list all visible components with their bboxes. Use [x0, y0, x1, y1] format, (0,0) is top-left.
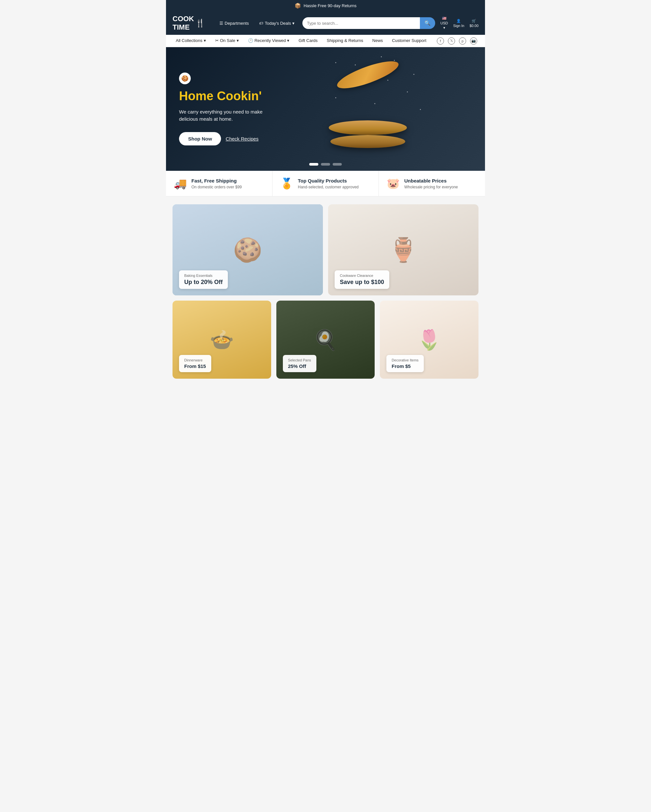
- social-links: f 𝕏 p 📷: [434, 37, 480, 44]
- promo-grid-top: 🍪 Baking Essentials Up to 20% Off 🏺 Cook…: [173, 204, 478, 295]
- feature-prices-subtitle: Wholesale pricing for everyone: [404, 185, 458, 189]
- baking-deal: Up to 20% Off: [184, 279, 223, 285]
- pancake-stack-bottom: [330, 135, 405, 148]
- nav-support[interactable]: Customer Support: [387, 35, 431, 47]
- promo-section: 🍪 Baking Essentials Up to 20% Off 🏺 Cook…: [166, 197, 485, 386]
- banner-text: Hassle Free 90-day Returns: [304, 3, 357, 8]
- shelf-image: 🏺: [389, 236, 418, 264]
- cart-button[interactable]: 🛒 $0.00: [469, 19, 478, 27]
- hero-carousel-dots: [309, 163, 342, 166]
- nav-gift-cards[interactable]: Gift Cards: [294, 35, 322, 47]
- pans-category: Selected Pans: [288, 358, 311, 362]
- dinnerware-category: Dinnerware: [184, 358, 206, 362]
- carousel-dot-1[interactable]: [309, 163, 318, 166]
- clock-icon: 🕐: [248, 38, 253, 43]
- feature-shipping-subtitle: On domestic orders over $99: [191, 185, 242, 189]
- cookware-deal: Save up to $100: [340, 279, 384, 285]
- feature-strip: 🚚 Fast, Free Shipping On domestic orders…: [166, 171, 485, 197]
- chevron-down-icon: ▾: [204, 38, 206, 43]
- truck-icon: 🚚: [174, 177, 187, 190]
- baking-category: Baking Essentials: [184, 273, 223, 278]
- chevron-down-icon: ▾: [443, 26, 445, 30]
- nav-recently-viewed[interactable]: 🕐 Recently Viewed ▾: [243, 35, 294, 47]
- chevron-down-icon: ▾: [292, 21, 295, 26]
- cart-icon: 🛒: [472, 19, 476, 23]
- promo-baking[interactable]: 🍪 Baking Essentials Up to 20% Off: [173, 204, 323, 295]
- tag-icon: 🏷: [259, 21, 263, 26]
- dinnerware-label: Dinnerware From $15: [179, 355, 211, 372]
- shop-now-button[interactable]: Shop Now: [179, 132, 221, 145]
- hero-image: [264, 47, 485, 171]
- soup-bowl-icon: 🍲: [209, 328, 234, 351]
- banner-icon: 📦: [295, 3, 301, 9]
- feature-quality: 🏅 Top Quality Products Hand-selected, cu…: [272, 171, 379, 196]
- logo-text: COOKTIME: [173, 15, 194, 32]
- pans-label: Selected Pans 25% Off: [283, 355, 316, 372]
- nav-news[interactable]: News: [368, 35, 388, 47]
- user-icon: 👤: [456, 19, 461, 23]
- flag-icon: 🇺🇸: [442, 16, 446, 20]
- header-right: 🇺🇸 USD ▾ 👤 Sign In 🛒 $0.00: [440, 16, 478, 30]
- feature-quality-subtitle: Hand-selected, customer approved: [298, 185, 359, 189]
- medal-icon: 🏅: [280, 177, 293, 190]
- dinnerware-deal: From $15: [184, 363, 206, 369]
- twitter-icon[interactable]: 𝕏: [448, 37, 455, 44]
- hero-title: Home Cookin': [179, 90, 270, 103]
- check-recipes-button[interactable]: Check Recipes: [226, 136, 258, 142]
- pancake-stack-top: [329, 121, 407, 135]
- rice-icon: 🍳: [313, 328, 338, 351]
- nav-on-sale[interactable]: ✂ On Sale ▾: [211, 35, 243, 47]
- nav-all-collections[interactable]: All Collections ▾: [171, 35, 211, 47]
- baking-label: Baking Essentials Up to 20% Off: [179, 270, 228, 289]
- carousel-dot-3[interactable]: [333, 163, 342, 166]
- pinterest-icon[interactable]: p: [459, 37, 466, 44]
- deals-button[interactable]: 🏷 Today's Deals ▾: [257, 19, 297, 27]
- search-bar: 🔍: [303, 17, 435, 29]
- chevron-down-icon: ▾: [287, 38, 289, 43]
- chevron-down-icon: ▾: [237, 38, 239, 43]
- facebook-icon[interactable]: f: [437, 37, 444, 44]
- promo-dinnerware[interactable]: 🍲 Dinnerware From $15: [173, 301, 271, 379]
- promo-pans[interactable]: 🍳 Selected Pans 25% Off: [277, 301, 375, 379]
- pans-deal: 25% Off: [288, 363, 311, 369]
- currency-selector[interactable]: 🇺🇸 USD ▾: [440, 16, 448, 30]
- carousel-dot-2[interactable]: [321, 163, 330, 166]
- logo-icon: 🍴: [195, 18, 205, 27]
- cookware-category: Cookware Clearance: [340, 273, 384, 278]
- sale-icon: ✂: [215, 38, 219, 43]
- search-input[interactable]: [303, 17, 420, 29]
- decorative-category: Decorative Items: [391, 358, 419, 362]
- header: COOKTIME 🍴 ☰ Departments 🏷 Today's Deals…: [166, 11, 485, 35]
- signin-button[interactable]: 👤 Sign In: [453, 19, 464, 27]
- cookies-image: 🍪: [233, 236, 262, 264]
- departments-button[interactable]: ☰ Departments: [217, 19, 251, 27]
- promo-decorative[interactable]: 🌷 Decorative Items From $5: [380, 301, 478, 379]
- logo[interactable]: COOKTIME 🍴: [173, 15, 212, 32]
- feature-quality-title: Top Quality Products: [298, 178, 359, 183]
- search-button[interactable]: 🔍: [420, 17, 435, 29]
- flower-icon: 🌷: [417, 328, 442, 351]
- hero-buttons: Shop Now Check Recipes: [179, 132, 270, 145]
- top-banner: 📦 Hassle Free 90-day Returns: [166, 0, 485, 11]
- instagram-icon[interactable]: 📷: [470, 37, 477, 44]
- feature-prices: 🐷 Unbeatable Prices Wholesale pricing fo…: [379, 171, 485, 196]
- decorative-deal: From $5: [391, 363, 419, 369]
- feature-shipping-title: Fast, Free Shipping: [191, 178, 242, 183]
- navbar: All Collections ▾ ✂ On Sale ▾ 🕐 Recently…: [166, 35, 485, 47]
- hero-subtitle: We carry everything you need to make del…: [179, 108, 270, 123]
- cookware-label: Cookware Clearance Save up to $100: [335, 270, 389, 289]
- promo-grid-bottom: 🍲 Dinnerware From $15 🍳 Selected Pans 25…: [173, 301, 478, 379]
- nav-shipping[interactable]: Shipping & Returns: [322, 35, 368, 47]
- cookie-icon: 🍪: [179, 73, 191, 84]
- feature-shipping: 🚚 Fast, Free Shipping On domestic orders…: [166, 171, 272, 196]
- piggy-icon: 🐷: [387, 177, 400, 190]
- pancake-visual: [309, 50, 439, 168]
- hero-section: 🍪 Home Cookin' We carry everything you n…: [166, 47, 485, 171]
- hero-content: 🍪 Home Cookin' We carry everything you n…: [166, 60, 283, 159]
- menu-icon: ☰: [219, 21, 223, 26]
- feature-prices-title: Unbeatable Prices: [404, 178, 458, 183]
- decorative-label: Decorative Items From $5: [387, 355, 424, 372]
- promo-cookware[interactable]: 🏺 Cookware Clearance Save up to $100: [328, 204, 478, 295]
